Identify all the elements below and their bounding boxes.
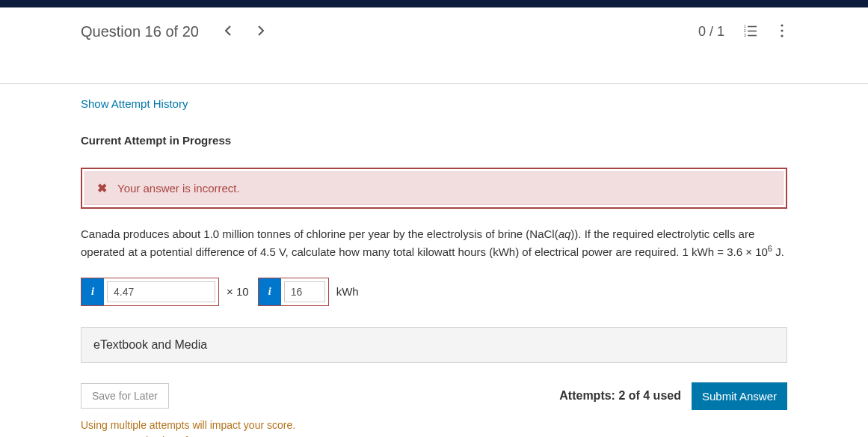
more-options-button[interactable] bbox=[777, 21, 787, 43]
svg-point-7 bbox=[781, 29, 783, 31]
question-header: Question 16 of 20 0 / 1 1 2 3 bbox=[81, 21, 787, 43]
exponent-group: i bbox=[258, 278, 329, 306]
times-ten-label: × 10 bbox=[227, 285, 249, 298]
question-text-part3: J. bbox=[772, 245, 784, 258]
submit-answer-button[interactable]: Submit Answer bbox=[692, 382, 787, 410]
list-icon: 1 2 3 bbox=[744, 25, 757, 37]
warning-line-2: 50% score reduction after attempt 3 bbox=[81, 433, 787, 438]
svg-text:3: 3 bbox=[744, 33, 746, 37]
save-for-later-button[interactable]: Save for Later bbox=[81, 383, 169, 409]
chevron-left-icon bbox=[224, 25, 232, 37]
kebab-icon bbox=[780, 24, 784, 37]
question-text-part1: Canada produces about 1.0 million tonnes… bbox=[81, 227, 558, 240]
question-prompt: Canada produces about 1.0 million tonnes… bbox=[81, 225, 787, 261]
coefficient-group: i bbox=[81, 278, 219, 306]
prev-question-button[interactable] bbox=[221, 22, 235, 42]
svg-point-8 bbox=[781, 34, 783, 37]
incorrect-alert: ✖ Your answer is incorrect. bbox=[81, 168, 787, 209]
exponent-input[interactable] bbox=[284, 281, 325, 302]
alert-message: Your answer is incorrect. bbox=[117, 182, 240, 195]
question-number-label: Question 16 of 20 bbox=[81, 23, 199, 40]
info-icon[interactable]: i bbox=[81, 278, 104, 305]
warning-line-1: Using multiple attempts will impact your… bbox=[81, 418, 787, 433]
etextbook-media-panel[interactable]: eTextbook and Media bbox=[81, 327, 787, 363]
top-bar bbox=[0, 0, 868, 7]
coefficient-input[interactable] bbox=[107, 281, 215, 302]
answer-input-row: i × 10 i kWh bbox=[81, 278, 787, 306]
action-row: Save for Later Attempts: 2 of 4 used Sub… bbox=[81, 382, 787, 410]
next-question-button[interactable] bbox=[254, 22, 268, 42]
show-attempt-history-link[interactable]: Show Attempt History bbox=[81, 97, 188, 110]
attempts-used-label: Attempts: 2 of 4 used bbox=[559, 389, 681, 403]
attempt-warning: Using multiple attempts will impact your… bbox=[81, 418, 787, 438]
question-list-button[interactable]: 1 2 3 bbox=[741, 22, 760, 42]
x-icon: ✖ bbox=[97, 181, 107, 195]
score-display: 0 / 1 bbox=[698, 24, 724, 40]
current-attempt-heading: Current Attempt in Progress bbox=[81, 134, 787, 147]
svg-point-6 bbox=[781, 24, 783, 26]
question-text-aq: aq bbox=[558, 227, 571, 240]
info-icon[interactable]: i bbox=[259, 278, 281, 305]
unit-label: kWh bbox=[336, 285, 359, 298]
chevron-right-icon bbox=[257, 25, 265, 37]
